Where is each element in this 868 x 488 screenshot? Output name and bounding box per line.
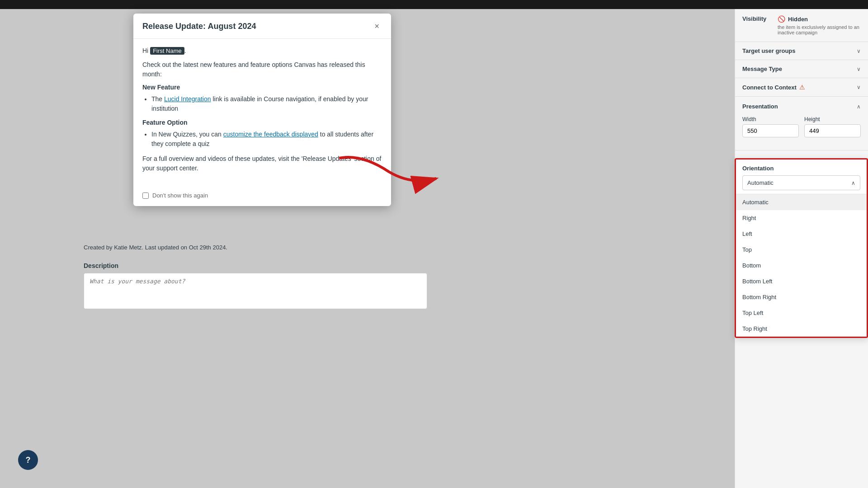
section2-list: In New Quizzes, you can customize the fe…: [151, 130, 382, 149]
visibility-row: Visibility 🚫 Hidden the item is exclusiv…: [742, 15, 861, 35]
modal-title: Release Update: August 2024: [142, 22, 256, 31]
modal-close-button[interactable]: ×: [372, 21, 382, 32]
intro-text: Check out the latest new features and fe…: [142, 60, 382, 79]
orientation-option-top-left[interactable]: Top Left: [736, 305, 867, 321]
presentation-section: Presentation ∧ Width Height: [735, 97, 868, 150]
height-input[interactable]: [804, 124, 861, 137]
lucid-integration-link[interactable]: Lucid Integration: [164, 95, 211, 103]
width-input[interactable]: [742, 124, 799, 137]
presentation-chevron: ∧: [857, 103, 861, 110]
main-area: Release Update: August 2024 × Hi First N…: [0, 9, 868, 488]
description-label: Description: [84, 262, 427, 269]
modal-dialog: Release Update: August 2024 × Hi First N…: [133, 14, 391, 206]
orientation-selected-value: Automatic: [747, 179, 774, 186]
orientation-option-bottom[interactable]: Bottom: [736, 258, 867, 273]
connect-to-context-row[interactable]: Connect to Context ⚠ ∨: [735, 78, 868, 97]
presentation-label: Presentation: [742, 103, 778, 110]
dimensions-row: Width Height: [742, 116, 861, 137]
visibility-label: Visibility: [742, 15, 774, 22]
description-section: Description: [84, 262, 427, 311]
message-type-chevron: ∨: [857, 66, 861, 72]
target-user-groups-label: Target user groups: [742, 47, 796, 54]
orientation-section: Orientation Automatic ∧ Automatic Right …: [735, 158, 868, 338]
orientation-option-bottom-right[interactable]: Bottom Right: [736, 289, 867, 305]
orientation-select-display[interactable]: Automatic ∧: [742, 175, 860, 190]
section1-item1: The Lucid Integration link is available …: [151, 94, 382, 113]
message-type-label: Message Type: [742, 66, 782, 72]
created-by-text: Created by Katie Metz. Last updated on O…: [84, 244, 227, 251]
section1-list: The Lucid Integration link is available …: [151, 94, 382, 113]
visibility-value: 🚫 Hidden the item is exclusively assigne…: [778, 15, 861, 35]
orientation-option-bottom-left[interactable]: Bottom Left: [736, 273, 867, 289]
orientation-option-right[interactable]: Right: [736, 210, 867, 226]
width-group: Width: [742, 116, 799, 137]
hidden-eye-icon: 🚫: [778, 15, 785, 23]
description-textarea[interactable]: [84, 273, 427, 309]
hidden-text: Hidden: [788, 16, 808, 23]
orientation-header: Orientation Automatic ∧: [736, 160, 867, 194]
dont-show-text: Don't show this again: [152, 192, 208, 199]
message-type-row[interactable]: Message Type ∨: [735, 60, 868, 78]
width-label: Width: [742, 116, 799, 122]
greeting-text: Hi: [142, 47, 148, 54]
orientation-option-top-right[interactable]: Top Right: [736, 321, 867, 337]
height-group: Height: [804, 116, 861, 137]
top-bar: [0, 0, 868, 9]
modal-body: Hi First Name. Check out the latest new …: [133, 39, 391, 187]
hidden-description: the item is exclusively assigned to an i…: [778, 24, 861, 35]
warning-icon: ⚠: [799, 84, 805, 91]
orientation-option-top[interactable]: Top: [736, 242, 867, 258]
section2-item1: In New Quizzes, you can customize the fe…: [151, 130, 382, 149]
connect-to-context-label: Connect to Context: [742, 84, 797, 91]
help-icon: ?: [26, 455, 31, 465]
orientation-dropdown: Automatic Right Left Top Bottom Bottom L…: [736, 194, 867, 337]
customize-feedback-link[interactable]: customize the feedback displayed: [223, 131, 318, 138]
modal-header: Release Update: August 2024 ×: [133, 14, 391, 39]
target-user-groups-chevron: ∨: [857, 48, 861, 54]
connect-to-context-chevron: ∨: [857, 84, 861, 90]
help-button[interactable]: ?: [18, 450, 38, 470]
orientation-option-left[interactable]: Left: [736, 226, 867, 242]
orientation-option-automatic[interactable]: Automatic: [736, 194, 867, 210]
overview-text: For a full overview and videos of these …: [142, 154, 382, 173]
section1-heading: New Feature: [142, 84, 382, 91]
dont-show-label[interactable]: Don't show this again: [142, 192, 382, 199]
orientation-chevron-up: ∧: [851, 180, 855, 186]
presentation-header[interactable]: Presentation ∧: [742, 103, 861, 110]
orientation-label: Orientation: [742, 165, 860, 172]
visibility-section: Visibility 🚫 Hidden the item is exclusiv…: [735, 9, 868, 42]
height-label: Height: [804, 116, 861, 122]
firstname-badge: First Name: [150, 47, 184, 55]
connect-to-context-with-icon: Connect to Context ⚠: [742, 84, 805, 91]
greeting-line: Hi First Name.: [142, 46, 382, 56]
section2-heading: Feature Option: [142, 119, 382, 126]
hidden-badge: 🚫 Hidden: [778, 15, 861, 23]
dont-show-checkbox[interactable]: [142, 192, 149, 199]
target-user-groups-row[interactable]: Target user groups ∨: [735, 42, 868, 60]
modal-footer: Don't show this again: [133, 187, 391, 206]
